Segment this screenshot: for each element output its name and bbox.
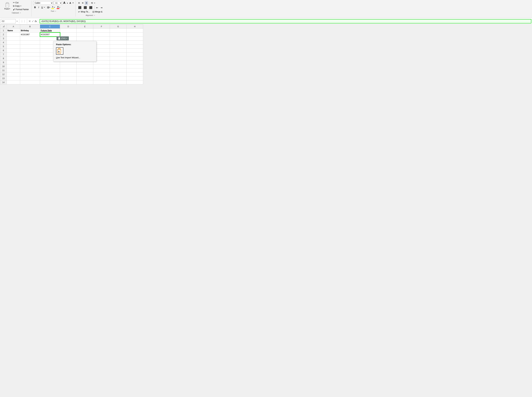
table-row[interactable] bbox=[7, 56, 20, 61]
row-header-9[interactable]: 9 bbox=[0, 61, 7, 64]
table-row[interactable] bbox=[20, 64, 40, 68]
formula-cancel-button[interactable]: ✕ bbox=[28, 19, 31, 23]
table-row[interactable] bbox=[7, 76, 20, 81]
table-row[interactable] bbox=[60, 76, 77, 81]
row-header-5[interactable]: 5 bbox=[0, 44, 7, 49]
alignment-dialog-launcher[interactable]: ↗ bbox=[94, 15, 95, 16]
paste-options-link[interactable]: Use Text Import Wizard... bbox=[56, 56, 94, 59]
table-row[interactable] bbox=[127, 32, 143, 37]
col-header-a[interactable]: A bbox=[7, 25, 20, 29]
highlight-dropdown-arrow[interactable]: ▾ bbox=[54, 6, 55, 8]
table-row[interactable] bbox=[60, 64, 77, 68]
table-row[interactable] bbox=[77, 29, 93, 32]
table-row[interactable] bbox=[110, 32, 127, 37]
row-header-12[interactable]: 12 bbox=[0, 72, 7, 76]
table-row[interactable] bbox=[93, 32, 110, 37]
table-row[interactable] bbox=[7, 44, 20, 49]
decrease-indent-button[interactable]: ⇤ bbox=[95, 6, 99, 9]
table-row[interactable] bbox=[20, 56, 40, 61]
row-header-11[interactable]: 11 bbox=[0, 68, 7, 72]
table-row[interactable] bbox=[20, 44, 40, 49]
copy-dropdown-arrow[interactable]: ▾ bbox=[20, 5, 21, 7]
table-row[interactable]: 4/15/1987 bbox=[20, 32, 40, 37]
table-row[interactable] bbox=[77, 76, 93, 81]
col-header-g[interactable]: G bbox=[110, 25, 127, 29]
align-right-button[interactable]: ⬛ bbox=[88, 6, 93, 10]
table-row[interactable] bbox=[127, 44, 143, 49]
table-row[interactable] bbox=[110, 68, 127, 72]
row-header-6[interactable]: 6 bbox=[0, 49, 7, 52]
name-box[interactable]: C2 bbox=[1, 19, 16, 23]
table-row[interactable] bbox=[93, 68, 110, 72]
table-row[interactable] bbox=[7, 81, 20, 84]
table-row[interactable] bbox=[127, 29, 143, 32]
table-row[interactable] bbox=[127, 37, 143, 41]
table-row[interactable] bbox=[60, 72, 77, 76]
formula-bar-menu-icon[interactable]: ⋮⋮ bbox=[21, 20, 25, 23]
table-row[interactable]: Birthday bbox=[20, 29, 40, 32]
table-row[interactable] bbox=[7, 68, 20, 72]
formula-fx-button[interactable]: fx bbox=[35, 20, 37, 23]
col-header-c[interactable]: C bbox=[40, 25, 60, 29]
table-row[interactable] bbox=[7, 41, 20, 44]
table-row[interactable] bbox=[110, 61, 127, 64]
table-row[interactable]: 4/15/2007 bbox=[40, 32, 60, 37]
table-row[interactable] bbox=[60, 68, 77, 72]
table-row[interactable]: Future Date bbox=[40, 29, 60, 32]
table-row[interactable] bbox=[127, 64, 143, 68]
row-header-10[interactable]: 10 bbox=[0, 64, 7, 68]
table-row[interactable] bbox=[40, 64, 60, 68]
table-row[interactable] bbox=[110, 49, 127, 52]
italic-button[interactable]: I bbox=[38, 6, 40, 9]
font-family-select[interactable]: Calibri bbox=[33, 1, 53, 5]
table-row[interactable] bbox=[60, 29, 77, 32]
font-size-select[interactable]: 11 bbox=[54, 1, 62, 5]
row-header-3[interactable]: 3 bbox=[0, 37, 7, 41]
highlight-button[interactable]: A ▾ bbox=[51, 5, 56, 9]
table-row[interactable] bbox=[7, 72, 20, 76]
align-top-left-button[interactable]: ≡ bbox=[77, 1, 81, 5]
table-row[interactable] bbox=[110, 29, 127, 32]
table-row[interactable] bbox=[110, 41, 127, 44]
table-row[interactable] bbox=[20, 61, 40, 64]
table-row[interactable] bbox=[40, 76, 60, 81]
table-row[interactable] bbox=[127, 81, 143, 84]
paste-option-keep-source-button[interactable]: A bbox=[56, 47, 63, 55]
font-color-button[interactable]: A ▾ bbox=[56, 5, 61, 9]
table-row[interactable] bbox=[127, 41, 143, 44]
col-header-d[interactable]: D bbox=[60, 25, 77, 29]
format-painter-button[interactable]: 🖌 Format Painter bbox=[12, 8, 30, 11]
row-header-1[interactable]: 1 bbox=[0, 29, 7, 32]
paste-button[interactable]: Paste ▾ bbox=[3, 1, 12, 11]
table-row[interactable] bbox=[110, 37, 127, 41]
table-row[interactable] bbox=[20, 72, 40, 76]
text-rotate-dropdown[interactable]: ▾ bbox=[94, 2, 95, 4]
formula-input[interactable] bbox=[40, 19, 531, 23]
table-row[interactable] bbox=[60, 81, 77, 84]
table-row[interactable] bbox=[77, 37, 93, 41]
row-header-8[interactable]: 8 bbox=[0, 56, 7, 61]
merge-button[interactable]: ⊡ Merge & bbox=[92, 10, 103, 13]
table-row[interactable] bbox=[7, 61, 20, 64]
row-header-2[interactable]: 2 bbox=[0, 32, 7, 37]
table-row[interactable] bbox=[127, 56, 143, 61]
table-row[interactable] bbox=[7, 64, 20, 68]
table-row[interactable] bbox=[77, 72, 93, 76]
table-row[interactable] bbox=[20, 76, 40, 81]
font-grow-button[interactable]: A bbox=[63, 1, 66, 5]
table-row[interactable] bbox=[110, 81, 127, 84]
table-row[interactable] bbox=[127, 76, 143, 81]
table-row[interactable] bbox=[110, 44, 127, 49]
col-header-h[interactable]: H bbox=[127, 25, 143, 29]
align-left-button[interactable]: ⬛ bbox=[77, 6, 82, 10]
table-row[interactable] bbox=[93, 37, 110, 41]
name-box-dropdown-arrow[interactable]: ▾ bbox=[16, 20, 18, 22]
table-row[interactable] bbox=[60, 32, 77, 37]
align-top-center-button[interactable]: ≡ bbox=[81, 1, 84, 5]
table-row[interactable] bbox=[93, 64, 110, 68]
borders-dropdown-arrow[interactable]: ▾ bbox=[49, 6, 50, 8]
table-row[interactable] bbox=[127, 52, 143, 56]
row-header-4[interactable]: 4 bbox=[0, 41, 7, 44]
table-row[interactable] bbox=[127, 72, 143, 76]
table-row[interactable] bbox=[20, 68, 40, 72]
